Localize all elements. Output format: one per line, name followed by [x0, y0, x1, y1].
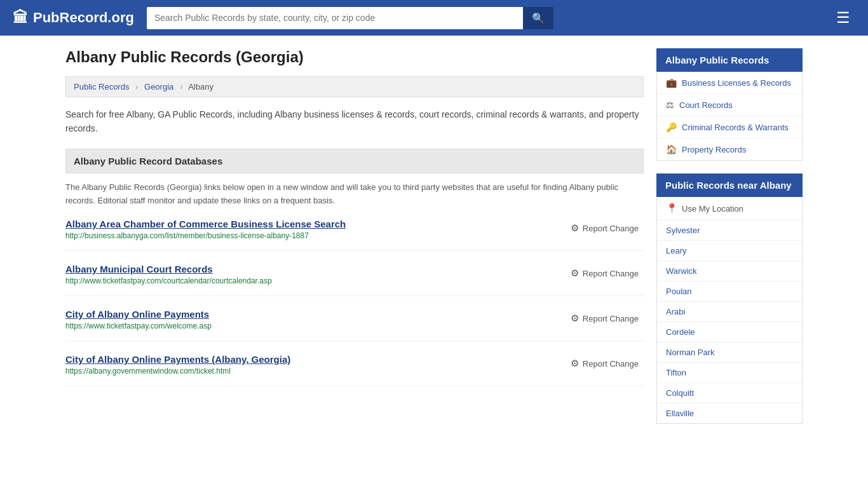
record-url-1[interactable]: http://www.ticketfastpay.com/courtcalend… — [65, 276, 553, 285]
nearby-title: Public Records near Albany — [656, 173, 803, 197]
logo-text: PubRecord.org — [33, 10, 134, 26]
record-item: Albany Municipal Court Records http://ww… — [65, 264, 644, 296]
report-change-button-2[interactable]: ⚙ Report Change — [566, 310, 644, 327]
sidebar-icon-2: 🔑 — [666, 122, 677, 132]
nearby-item-2[interactable]: Warwick — [657, 261, 802, 281]
page-description: Search for free Albany, GA Public Record… — [65, 107, 644, 136]
nearby-item-4[interactable]: Arabi — [657, 302, 802, 322]
sidebar-item-3[interactable]: 🏠Property Records — [657, 139, 802, 160]
report-icon-2: ⚙ — [571, 313, 579, 324]
sidebar-label-2: Criminal Records & Warrants — [682, 123, 789, 132]
record-info: City of Albany Online Payments (Albany, … — [65, 354, 553, 376]
record-item: Albany Area Chamber of Commerce Business… — [65, 219, 644, 251]
record-url-2[interactable]: https://www.ticketfastpay.com/welcome.as… — [65, 322, 553, 330]
record-item: City of Albany Online Payments (Albany, … — [65, 354, 644, 386]
report-change-button-1[interactable]: ⚙ Report Change — [566, 265, 644, 281]
record-info: Albany Area Chamber of Commerce Business… — [65, 219, 553, 240]
report-change-button-0[interactable]: ⚙ Report Change — [566, 220, 644, 236]
sidebar-item-1[interactable]: ⚖Court Records — [657, 94, 802, 116]
db-section-header: Albany Public Record Databases — [65, 149, 644, 173]
sidebar-icon-3: 🏠 — [666, 144, 677, 154]
nearby-list: 📍 Use My Location SylvesterLearyWarwickP… — [656, 197, 803, 424]
record-item: City of Albany Online Payments https://w… — [65, 309, 644, 341]
nearby-items: SylvesterLearyWarwickPoulanArabiCordeleN… — [657, 220, 802, 423]
sidebar-icon-1: ⚖ — [666, 100, 674, 110]
albany-records-section: Albany Public Records 💼Business Licenses… — [656, 48, 803, 161]
page-title: Albany Public Records (Georgia) — [65, 48, 644, 66]
report-change-button-3[interactable]: ⚙ Report Change — [566, 355, 644, 372]
breadcrumb-sep-2: › — [180, 82, 182, 92]
record-info: City of Albany Online Payments https://w… — [65, 309, 553, 330]
breadcrumb-georgia[interactable]: Georgia — [144, 82, 173, 92]
logo[interactable]: 🏛 PubRecord.org — [13, 9, 134, 27]
content-area: Albany Public Records (Georgia) Public R… — [65, 48, 644, 437]
record-title-2[interactable]: City of Albany Online Payments — [65, 309, 553, 320]
sidebar: Albany Public Records 💼Business Licenses… — [656, 48, 803, 437]
use-location-label: Use My Location — [682, 204, 743, 214]
sidebar-item-0[interactable]: 💼Business Licenses & Records — [657, 72, 802, 94]
search-icon: 🔍 — [532, 13, 545, 24]
report-icon-0: ⚙ — [571, 222, 579, 234]
logo-icon: 🏛 — [13, 9, 28, 27]
nearby-item-1[interactable]: Leary — [657, 241, 802, 261]
report-icon-1: ⚙ — [571, 268, 579, 279]
records-list: Albany Area Chamber of Commerce Business… — [65, 219, 644, 386]
sidebar-item-2[interactable]: 🔑Criminal Records & Warrants — [657, 116, 802, 139]
nearby-item-9[interactable]: Ellaville — [657, 403, 802, 423]
breadcrumb-albany: Albany — [188, 82, 214, 92]
nearby-item-7[interactable]: Tifton — [657, 363, 802, 383]
report-icon-3: ⚙ — [571, 358, 579, 369]
record-info: Albany Municipal Court Records http://ww… — [65, 264, 553, 285]
breadcrumb-sep-1: › — [135, 82, 138, 92]
search-area: 🔍 — [147, 7, 553, 29]
albany-records-list: 💼Business Licenses & Records⚖Court Recor… — [656, 72, 803, 161]
sidebar-icon-0: 💼 — [666, 78, 677, 88]
record-title-1[interactable]: Albany Municipal Court Records — [65, 264, 553, 274]
sidebar-label-3: Property Records — [682, 145, 746, 154]
record-title-3[interactable]: City of Albany Online Payments (Albany, … — [65, 354, 553, 365]
nearby-item-8[interactable]: Colquitt — [657, 383, 802, 403]
search-input[interactable] — [147, 7, 523, 29]
search-button[interactable]: 🔍 — [523, 7, 553, 29]
site-header: 🏛 PubRecord.org 🔍 ☰ — [0, 0, 868, 36]
albany-records-title: Albany Public Records — [656, 48, 803, 72]
sidebar-label-1: Court Records — [679, 100, 733, 110]
nearby-item-5[interactable]: Cordele — [657, 322, 802, 342]
record-url-0[interactable]: http://business.albanyga.com/list/member… — [65, 231, 553, 240]
nearby-section: Public Records near Albany 📍 Use My Loca… — [656, 173, 803, 424]
menu-icon: ☰ — [836, 9, 850, 26]
nearby-item-6[interactable]: Norman Park — [657, 342, 802, 363]
sidebar-label-0: Business Licenses & Records — [682, 78, 791, 88]
record-title-0[interactable]: Albany Area Chamber of Commerce Business… — [65, 219, 553, 229]
breadcrumb-public-records[interactable]: Public Records — [74, 82, 129, 92]
db-section-desc: The Albany Public Records (Georgia) link… — [65, 181, 644, 208]
breadcrumb: Public Records › Georgia › Albany — [65, 76, 644, 97]
menu-button[interactable]: ☰ — [831, 6, 855, 29]
main-container: Albany Public Records (Georgia) Public R… — [53, 36, 815, 449]
nearby-item-0[interactable]: Sylvester — [657, 220, 802, 241]
use-my-location[interactable]: 📍 Use My Location — [657, 197, 802, 220]
nearby-item-3[interactable]: Poulan — [657, 281, 802, 302]
location-icon: 📍 — [666, 203, 678, 214]
record-url-3[interactable]: https://albany.governmentwindow.com/tick… — [65, 367, 553, 376]
